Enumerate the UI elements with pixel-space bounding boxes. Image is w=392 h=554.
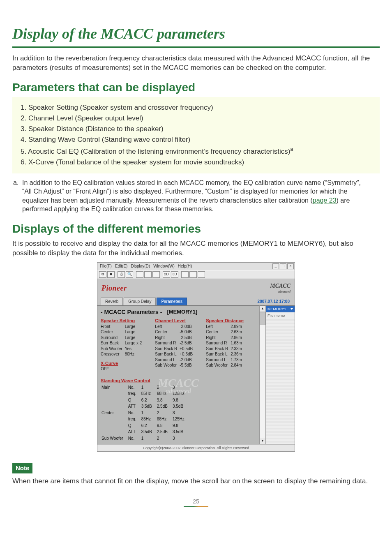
params-title: - MCACC Parameters - xyxy=(101,308,162,316)
parameters-panel: MCACC advanced - MCACC Parameters - [MEM… xyxy=(97,305,259,444)
section-params-heading: Parameters that can be displayed xyxy=(12,80,380,95)
footnote-body-pre: In addition to the EQ calibration values… xyxy=(22,179,361,204)
table-row: Sub Woofer-5.5dB xyxy=(155,362,195,368)
table-row: Sub Woofer No. 1 2 3 xyxy=(101,436,189,441)
toolbar-btn-a-icon[interactable] xyxy=(136,271,143,278)
tab-group-delay[interactable]: Group Delay xyxy=(124,298,156,305)
chevron-down-icon xyxy=(291,308,293,310)
footnote-lead: a. xyxy=(13,178,22,214)
table-row: ATT 3.5dB 2.5dB 3.5dB xyxy=(101,429,189,435)
tab-parameters[interactable]: Parameters xyxy=(157,298,187,305)
tab-row: Reverb Group Delay Parameters 2007.07.12… xyxy=(97,298,295,305)
scroll-thumb[interactable] xyxy=(260,312,265,325)
footnote-body: In addition to the EQ calibration values… xyxy=(22,178,371,214)
toolbar-btn-c-icon[interactable] xyxy=(152,271,160,278)
scroll-down-icon[interactable]: ▼ xyxy=(260,438,265,444)
x-curve-value: OFF xyxy=(101,366,144,372)
swc-heading: Standing Wave Control xyxy=(101,378,256,384)
app-copyright: Copyright(c)2003-2007 Pioneer Corporatio… xyxy=(97,444,295,451)
table-row: Crossover80Hz xyxy=(101,351,144,357)
table-row: Sub Woofer2.84m xyxy=(206,362,244,368)
toolbar-btn-f-icon[interactable] xyxy=(198,271,205,278)
table-row: Right2.86m xyxy=(206,335,244,341)
toolbar-save-icon[interactable]: ■ xyxy=(107,271,115,278)
menu-edit[interactable]: Edit(E) xyxy=(115,263,128,269)
table-row: FrontLarge xyxy=(101,324,144,330)
table-row: Surr BackLarge x 2 xyxy=(101,340,144,346)
timestamp: 2007.07.12 17:00 xyxy=(258,299,291,305)
table-row: SurroundLarge xyxy=(101,335,144,341)
file-memo-label: File memo xyxy=(266,312,295,319)
table-row: Surround R1.63m xyxy=(206,340,244,346)
table-row: CenterLarge xyxy=(101,329,144,335)
menu-display[interactable]: Display(D) xyxy=(131,263,150,269)
mcacc-logo: MCACC advanced xyxy=(270,282,291,295)
table-row: Surr Back L2.36m xyxy=(206,351,244,357)
vertical-scrollbar[interactable]: ▲ ▼ xyxy=(259,305,265,444)
app-screenshot: File(F) Edit(E) Display(D) Window(W) Hel… xyxy=(97,262,295,452)
param-item-5-superscript: a xyxy=(290,146,293,152)
param-item-1: 1. Speaker Setting (Speaker system and c… xyxy=(21,103,371,113)
speaker-distance-heading: Speaker Distance xyxy=(206,318,244,324)
toolbar-print-icon[interactable]: ⎙ xyxy=(118,271,125,278)
brand-row: Pioneer MCACC advanced xyxy=(97,279,295,298)
scroll-up-icon[interactable]: ▲ xyxy=(260,306,265,312)
toolbar-open-icon[interactable]: ⧉ xyxy=(99,271,106,278)
toolbar-btn-b-icon[interactable] xyxy=(144,271,152,278)
menu-file[interactable]: File(F) xyxy=(100,263,112,269)
param-item-3: 3. Speaker Distance (Distance to the spe… xyxy=(21,125,371,134)
toolbar-btn-d-icon[interactable] xyxy=(181,271,189,278)
table-row: Surround L-2.0dB xyxy=(155,357,195,363)
intro-paragraph: In addition to the reverberation frequen… xyxy=(12,54,380,73)
table-row: ATT 3.5dB 2.5dB 3.5dB xyxy=(101,404,189,409)
close-icon[interactable]: × xyxy=(287,263,294,269)
table-row: Q 6.2 9.8 9.8 xyxy=(101,423,189,429)
minimize-icon[interactable]: _ xyxy=(272,263,279,269)
param-item-5: 5. Acoustic Cal EQ (Calibration of the l… xyxy=(21,146,371,157)
table-row: freq. 85Hz 68Hz 125Hz xyxy=(101,416,189,422)
tab-reverb[interactable]: Reverb xyxy=(101,298,123,305)
param-item-5-text: 5. Acoustic Cal EQ (Calibration of the l… xyxy=(21,148,290,155)
footnote-page-link[interactable]: page 23 xyxy=(313,197,337,204)
speaker-setting-heading: Speaker Setting xyxy=(101,318,144,324)
table-row: Surr Back R2.33m xyxy=(206,346,244,352)
x-curve-heading: X-Curve xyxy=(101,360,144,367)
table-row: Right-2.5dB xyxy=(155,335,195,341)
side-panel: MEMORY1 File memo xyxy=(265,305,295,444)
page-number-rule xyxy=(184,506,208,507)
speaker-setting-column: Speaker Setting FrontLarge CenterLarge S… xyxy=(101,318,144,372)
table-row: Main No. 1 2 3 xyxy=(101,385,189,390)
memory-selector[interactable]: MEMORY1 xyxy=(266,306,295,312)
toolbar-btn-e-icon[interactable] xyxy=(189,271,197,278)
table-row: freq. 85Hz 68Hz 125Hz xyxy=(101,391,189,397)
menu-window[interactable]: Window(W) xyxy=(153,263,175,269)
speaker-distance-column: Speaker Distance Left2.89m Center2.63m R… xyxy=(206,318,244,372)
toolbar-preview-icon[interactable]: 🔍 xyxy=(126,271,133,278)
param-item-6: 6. X-Curve (Tonal balance of the speaker… xyxy=(21,158,371,167)
memory-selector-value: MEMORY1 xyxy=(267,307,286,312)
param-list-box: 1. Speaker Setting (Speaker system and c… xyxy=(12,97,380,173)
page-title: Display of the MCACC parameters xyxy=(12,24,380,44)
mcacc-logo-sub: advanced xyxy=(270,290,291,294)
menu-help[interactable]: Help(H) xyxy=(178,263,192,269)
toolbar-3d-icon[interactable]: 3D xyxy=(171,271,178,278)
table-row: Surround L1.73m xyxy=(206,357,244,363)
param-item-2: 2. Channel Level (Speaker output level) xyxy=(21,114,371,123)
table-row: Center No. 1 2 3 xyxy=(101,410,189,416)
channel-level-column: Channel Level Left-2.0dB Center-5.0dB Ri… xyxy=(155,318,195,372)
footnote-a: a. In addition to the EQ calibration val… xyxy=(12,176,380,214)
table-row: Left-2.0dB xyxy=(155,324,195,330)
param-item-4: 4. Standing Wave Control (Standing wave … xyxy=(21,135,371,145)
app-toolbar: ⧉ ■ ⎙ 🔍 2D 3D xyxy=(97,270,295,279)
section-memories-heading: Displays of the different memories xyxy=(12,221,380,237)
side-fill xyxy=(266,319,295,444)
table-row: Center2.63m xyxy=(206,329,244,335)
toolbar-2d-icon[interactable]: 2D xyxy=(163,271,170,278)
maximize-icon[interactable]: □ xyxy=(280,263,286,269)
section-memories-body: It is possible to receive and display th… xyxy=(12,239,380,258)
channel-level-heading: Channel Level xyxy=(155,318,195,324)
table-row: Center-5.0dB xyxy=(155,329,195,335)
table-row: Sub WooferYes xyxy=(101,346,144,352)
page-number: 25 xyxy=(12,498,380,508)
table-row: Q 6.2 9.8 9.8 xyxy=(101,397,189,403)
